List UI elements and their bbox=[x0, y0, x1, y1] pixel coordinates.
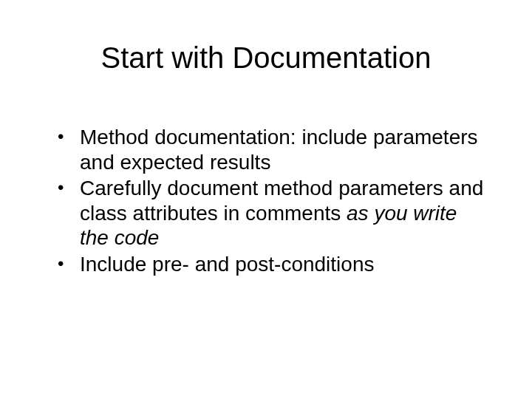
slide: Start with Documentation Method document… bbox=[0, 0, 532, 399]
bullet-text: Include pre- and post-conditions bbox=[80, 253, 374, 276]
list-item: Carefully document method parameters and… bbox=[58, 176, 488, 250]
slide-title: Start with Documentation bbox=[44, 41, 488, 75]
list-item: Method documentation: include parameters… bbox=[58, 125, 488, 174]
list-item: Include pre- and post-conditions bbox=[58, 252, 488, 277]
bullet-text: Method documentation: include parameters… bbox=[80, 126, 478, 174]
bullet-list: Method documentation: include parameters… bbox=[44, 125, 488, 277]
